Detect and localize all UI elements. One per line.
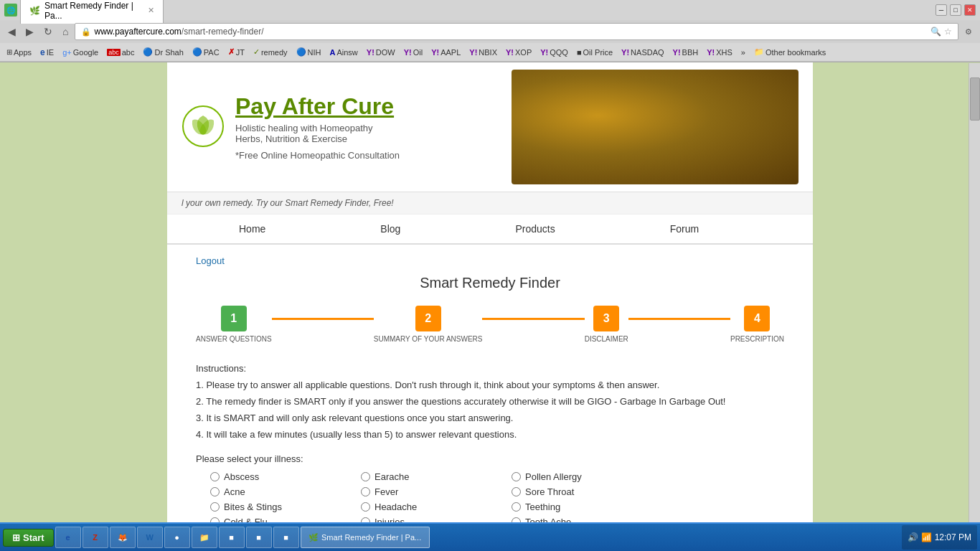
step-1-label: ANSWER QUESTIONS [196,335,272,343]
bookmark-nasdaq[interactable]: Y! NASDAQ [618,47,667,58]
taskbar-word[interactable]: W [137,527,163,548]
window-icon: 🌐 [4,4,17,17]
abc-icon: abc [107,49,121,56]
instruction-4: 4. It will take a few minutes (usually l… [196,427,784,443]
taskbar-clock: 12:07 PM [935,532,971,542]
stepper: 1 ANSWER QUESTIONS 2 SUMMARY OF YOUR ANS… [196,306,784,343]
logout-link[interactable]: Logout [196,255,225,266]
bookmark-remedy[interactable]: ✓ remedy [250,46,291,58]
taskbar-chrome[interactable]: ● [164,527,190,548]
nav-blog[interactable]: Blog [323,215,458,243]
bookmark-jt[interactable]: ✗ JT [225,46,248,58]
bookmark-xhs[interactable]: Y! XHS [703,47,736,58]
bookmark-ie[interactable]: e IE [37,46,57,59]
network-icon: 📶 [921,532,932,542]
bookmark-xop[interactable]: Y! XOP [502,47,535,58]
scrollbar-thumb[interactable] [970,77,980,121]
ainsw-icon: A [330,48,336,57]
nav-products[interactable]: Products [458,215,612,243]
header-left: Pay After Cure Holistic healing with Hom… [182,70,512,184]
logo-icon [182,105,225,148]
taskbar-other2[interactable]: ■ [246,527,272,548]
step-1: 1 ANSWER QUESTIONS [196,306,272,343]
bookmark-nih[interactable]: 🔵 NIH [293,46,325,58]
bookmark-other[interactable]: 📁 Other bookmarks [750,46,829,58]
step-3-label: DISCLAIMER [585,335,628,343]
page-wrapper: Pay After Cure Holistic healing with Hom… [0,62,980,538]
radio-fever[interactable] [361,487,370,496]
taskbar-pac-active[interactable]: 🌿 Smart Remedy Finder | Pa... [301,527,430,548]
header-image-inner [512,70,798,184]
illness-fever: Fever [361,486,504,497]
title-bar: 🌐 🌿 Smart Remedy Finder | Pa... ✕ ─ □ ✕ [0,0,980,20]
site-header: Pay After Cure Holistic healing with Hom… [167,62,813,192]
scrollbar-track[interactable] [969,63,980,522]
more-icon: » [741,48,745,57]
back-button[interactable]: ◀ [4,24,19,39]
taskbar-folder[interactable]: 📁 [192,527,217,548]
address-icon: 🔒 [81,27,91,37]
taskbar-other3[interactable]: ■ [273,527,299,548]
bookmark-oil[interactable]: Y! Oil [400,47,426,58]
remedy-icon: ✓ [253,47,260,57]
bookmark-aapl[interactable]: Y! AAPL [428,47,464,58]
reload-button[interactable]: ↻ [40,24,56,39]
bookmark-more[interactable]: » [738,47,749,58]
bookmark-abc[interactable]: abc abc [103,47,138,58]
taskbar-ie[interactable]: e [55,527,81,548]
radio-sore-throat[interactable] [512,487,521,496]
forward-button[interactable]: ▶ [22,24,37,39]
start-button[interactable]: ⊞ Start [3,529,54,547]
address-bar[interactable]: 🔒 www.payaftercure.com/smart-remedy-find… [75,23,958,40]
illness-earache: Earache [361,471,504,482]
close-button[interactable]: ✕ [964,4,976,16]
bookmark-bbh[interactable]: Y! BBH [669,47,702,58]
site-subtitle1: Holistic healing with Homeopathy [235,123,400,133]
minimize-button[interactable]: ─ [936,4,947,16]
bookmark-google[interactable]: g+ Google [59,47,102,58]
taskbar-firefox[interactable]: 🦊 [110,527,136,548]
step-2-label: SUMMARY OF YOUR ANSWERS [374,335,483,343]
bookmark-drshah[interactable]: 🔵 Dr Shah [139,46,187,58]
taskbar-systray: 🔊 📶 12:07 PM [902,525,977,550]
bookmark-ainsw[interactable]: A Ainsw [326,47,362,58]
firefox-taskbar-icon: 🦊 [118,533,128,542]
taskbar-other1[interactable]: ■ [219,527,245,548]
radio-acne[interactable] [210,487,220,496]
taskbar-zotero[interactable]: Z [83,527,108,548]
bookmark-apps[interactable]: ⊞ Apps [3,47,35,58]
window-controls: ─ □ ✕ [936,4,976,16]
step-line-3 [628,318,730,320]
bookmark-qqq[interactable]: Y! QQQ [537,47,572,58]
oil-icon: Y! [404,48,412,57]
browser-tab[interactable]: 🌿 Smart Remedy Finder | Pa... ✕ [20,0,164,24]
nav-forum[interactable]: Forum [613,215,756,243]
radio-pollen-allergy[interactable] [512,472,521,481]
tab-close-button[interactable]: ✕ [148,6,154,15]
extensions-button[interactable]: ⚙ [961,26,976,38]
step-4-circle: 4 [744,306,770,331]
nav-home[interactable]: Home [182,215,323,243]
chrome-taskbar-icon: ● [174,533,179,542]
title-bar-left: 🌐 🌿 Smart Remedy Finder | Pa... ✕ [4,0,164,24]
step-2-circle: 2 [415,306,441,331]
google-icon: g+ [62,48,72,57]
bookmark-star-icon[interactable]: ☆ [944,27,952,37]
radio-abscess[interactable] [210,472,220,481]
bookmark-dow[interactable]: Y! DOW [363,47,399,58]
site-container: Pay After Cure Holistic healing with Hom… [167,62,813,538]
folder-taskbar-icon: 📁 [199,533,209,542]
bookmark-oilprice[interactable]: ■ Oil Price [573,47,616,58]
radio-earache[interactable] [361,472,370,481]
bookmark-nbix[interactable]: Y! NBIX [466,47,501,58]
illness-label-teething: Teething [525,501,560,512]
radio-bites-stings[interactable] [210,502,220,512]
maximize-button[interactable]: □ [950,4,961,16]
radio-teething[interactable] [512,502,521,512]
bookmark-pac[interactable]: 🔵 PAC [189,46,223,58]
bbh-icon: Y! [673,48,681,57]
bookmarks-bar: ⊞ Apps e IE g+ Google abc abc 🔵 Dr Shah … [0,43,980,62]
home-button[interactable]: ⌂ [59,24,72,39]
site-title: Pay After Cure [235,93,400,120]
radio-headache[interactable] [361,502,370,512]
